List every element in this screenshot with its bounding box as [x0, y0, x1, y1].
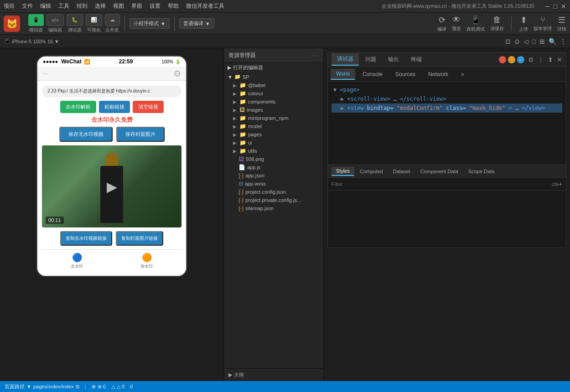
settings-icon[interactable]: ⚙: [528, 56, 534, 63]
folder-pages[interactable]: ▶ 📁 pages: [224, 130, 323, 139]
styles-tab-scope-data[interactable]: Scope Data: [464, 167, 499, 175]
close-devtools-icon[interactable]: ✕: [557, 56, 562, 63]
panel-tab-network[interactable]: Network: [423, 69, 454, 79]
tab-terminal[interactable]: 终端: [405, 54, 427, 65]
close-button[interactable]: ✕: [561, 3, 566, 10]
more-icon[interactable]: ⋮: [560, 38, 566, 45]
wxml-line-scroll-view[interactable]: ▶ <scroll-view> … </scroll-view>: [332, 94, 562, 103]
filter-cls-label[interactable]: .cls: [551, 181, 559, 187]
paste-btn[interactable]: 粘贴链接: [99, 101, 130, 113]
maximize-devtools-icon[interactable]: ⬆: [548, 56, 553, 63]
file-panel-more-icon[interactable]: ···: [311, 52, 319, 59]
add-style-button[interactable]: +: [559, 181, 562, 188]
save-cover-btn[interactable]: 保存封面图片: [116, 127, 165, 142]
expand-icon: ▶: [233, 99, 237, 104]
folder-model[interactable]: ▶ 📁 model: [224, 122, 323, 130]
menu-item-interface[interactable]: 界面: [131, 2, 142, 10]
menu-item-edit[interactable]: 编辑: [40, 2, 51, 10]
status-page-path[interactable]: 页面路径 ▼ pages/index/index ⧉: [5, 383, 79, 390]
styles-panel: Styles Computed Dataset Component Data S…: [328, 165, 566, 248]
folder-images[interactable]: ▶ 🖼 images: [224, 106, 323, 114]
minimize-button[interactable]: ─: [545, 3, 550, 10]
tab-add-watermark[interactable]: 🟠 加水印: [112, 253, 181, 269]
upload-button[interactable]: ⬆ 上传: [519, 15, 528, 32]
menu-item-view[interactable]: 视图: [113, 2, 124, 10]
devtools-main-tabs: 调试器 问题 输出 终端 3 12 2 ⚙ ⋮ ⬆ ✕: [328, 52, 566, 67]
expand-arrow[interactable]: ▶: [341, 105, 344, 111]
outline-section[interactable]: ▶ 大纲: [224, 368, 323, 381]
file-app-js[interactable]: 📄 app.js: [224, 163, 323, 171]
debugger-btn[interactable]: 🐛 调试器: [67, 14, 83, 33]
styles-filter-input[interactable]: [332, 181, 551, 187]
expand-arrow[interactable]: ▼: [333, 87, 337, 93]
copy-video-url-btn[interactable]: 复制去水印视频链接: [60, 231, 112, 246]
file-project-private-config[interactable]: {·} project.private.config.js...: [224, 196, 323, 204]
file-project-config[interactable]: {·} project.config.json: [224, 188, 323, 196]
panel-tab-wxml[interactable]: Wxml: [331, 69, 355, 80]
folder-utils[interactable]: ▶ 📁 utils: [224, 147, 323, 155]
styles-tab-dataset[interactable]: Dataset: [389, 167, 415, 175]
clear-cache-button[interactable]: 🗑 清缓存: [490, 15, 504, 32]
folder-miniprogram-npm[interactable]: ▶ 📁 miniprogram_npm: [224, 114, 323, 122]
clear-btn[interactable]: 清空链接: [133, 101, 164, 113]
save-video-btn[interactable]: 保存无水印视频: [59, 127, 113, 142]
version-mgmt-button[interactable]: ⑂ 版本管理: [534, 15, 552, 32]
home-icon[interactable]: □: [532, 38, 536, 45]
screenshot-icon[interactable]: ⊞: [539, 38, 545, 45]
preview-button[interactable]: 👁 预览: [452, 15, 461, 32]
file-app-json[interactable]: {·} app.json: [224, 171, 323, 180]
panel-tab-sources[interactable]: Sources: [390, 69, 421, 79]
copy-cover-url-btn[interactable]: 复制封面图片链接: [116, 231, 163, 246]
tab-output[interactable]: 输出: [383, 54, 404, 65]
mode-select[interactable]: 小程序模式 ▼: [130, 18, 170, 29]
remove-watermark-btn[interactable]: 去水印解析: [60, 101, 96, 113]
visualize-btn[interactable]: 📊 可视化: [86, 14, 102, 33]
menu-item-settings[interactable]: 设置: [150, 2, 161, 10]
file-sitemap-json[interactable]: {·} sitemap.json: [224, 204, 323, 212]
cloud-btn[interactable]: ☁ 云开发: [105, 14, 120, 33]
expand-arrow[interactable]: ▶: [341, 96, 344, 102]
tab-debugger[interactable]: 调试器: [332, 53, 359, 66]
styles-tab-computed[interactable]: Computed: [355, 167, 388, 175]
file-508-png[interactable]: 🖼 508.png: [224, 155, 323, 163]
open-editors-section[interactable]: ▶ 打开的编辑器: [224, 63, 323, 72]
sp-section[interactable]: ▼ 📁 SP: [224, 72, 323, 81]
menu-item-project[interactable]: 项目: [4, 2, 15, 10]
play-button-icon[interactable]: ▶: [107, 179, 117, 195]
folder-components[interactable]: ▶ 📁 components: [224, 98, 323, 106]
folder-ui[interactable]: ▶ 📁 ui: [224, 139, 323, 147]
rotate-icon[interactable]: ⊡: [505, 38, 511, 45]
menu-item-file[interactable]: 文件: [22, 2, 33, 10]
tab-issues[interactable]: 问题: [360, 54, 382, 65]
maximize-button[interactable]: □: [554, 3, 557, 10]
compile-select[interactable]: 普通编译 ▼: [179, 18, 214, 29]
styles-tab-styles[interactable]: Styles: [332, 167, 354, 176]
copy-path-icon[interactable]: ⧉: [76, 384, 79, 390]
styles-tab-component-data[interactable]: Component Data: [416, 167, 463, 175]
panel-tab-more[interactable]: »: [456, 69, 470, 79]
panel-tab-console[interactable]: Console: [357, 69, 388, 79]
file-app-wxss[interactable]: ⊟ app.wxss: [224, 180, 323, 188]
back-icon[interactable]: ◁: [523, 38, 529, 45]
wxml-line-page[interactable]: ▼ <page>: [332, 85, 562, 94]
menu-item-tools[interactable]: 工具: [58, 2, 69, 10]
wxml-line-view[interactable]: ▶ <view bindtap= "modalConfirm" class= "…: [332, 103, 562, 113]
image-file-icon: 🖼: [238, 156, 244, 162]
more-options-icon[interactable]: ⋮: [538, 56, 544, 63]
menu-item-select[interactable]: 选择: [95, 2, 106, 10]
search-device-icon[interactable]: 🔍: [549, 38, 556, 45]
compile-button[interactable]: ⟳ 编译: [437, 15, 446, 32]
menu-item-help[interactable]: 帮助: [168, 2, 179, 10]
dot-icon[interactable]: ⊙: [514, 38, 520, 45]
editor-btn[interactable]: </> 编辑器: [47, 14, 64, 33]
menu-item-wechat-tools[interactable]: 微信开发者工具: [186, 2, 224, 10]
phone-tabbar: 🔵 去水印 🟠 加水印: [42, 249, 181, 271]
tab-remove-watermark[interactable]: 🔵 去水印: [42, 253, 112, 269]
folder-babel[interactable]: ▶ 📁 @babel: [224, 81, 323, 89]
video-player[interactable]: ▶ 00:11: [42, 145, 181, 227]
real-debug-button[interactable]: 📱 真机调试: [466, 15, 485, 32]
menu-item-goto[interactable]: 转到: [77, 2, 88, 10]
details-button[interactable]: ☰ 详情: [557, 15, 566, 32]
simulator-btn[interactable]: 📱 模拟器: [28, 14, 44, 33]
folder-colorui[interactable]: ▶ 📁 colorui: [224, 89, 323, 98]
